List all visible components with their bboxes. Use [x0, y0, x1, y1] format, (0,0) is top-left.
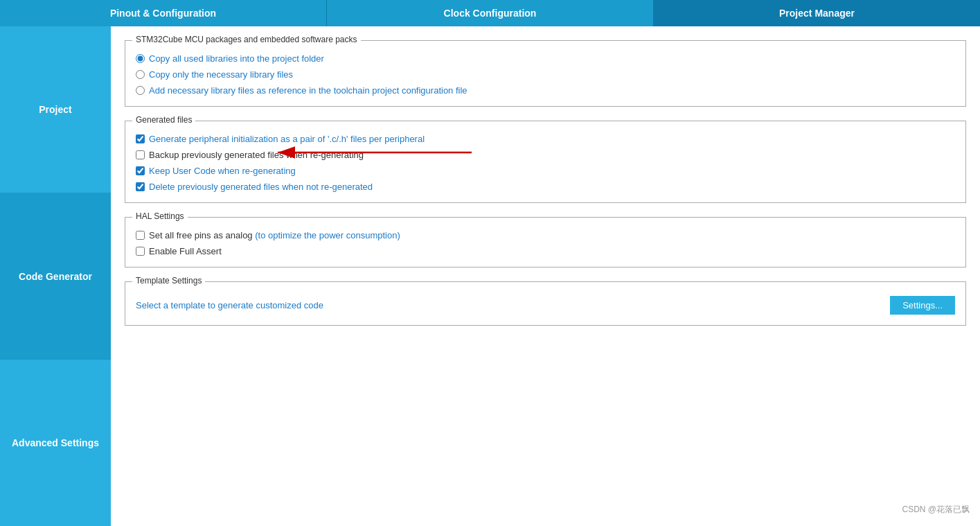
- content-area: STM32Cube MCU packages and embedded soft…: [111, 26, 980, 526]
- tab-project-manager[interactable]: Project Manager: [654, 0, 980, 26]
- checkbox-backup-files[interactable]: Backup previously generated files when r…: [136, 150, 955, 160]
- sidebar: Project Code Generator Advanced Settings: [0, 26, 111, 526]
- template-settings-group: Template Settings Select a template to g…: [125, 281, 966, 326]
- template-row: Select a template to generate customized…: [136, 296, 955, 315]
- radio-copy-all-libraries-label: Copy all used libraries into the project…: [149, 53, 324, 64]
- tab-pinout[interactable]: Pinout & Configuration: [0, 0, 327, 26]
- checkbox-set-free-pins-label: Set all free pins as analog (to optimize…: [149, 230, 400, 240]
- checkbox-delete-prev-files-label: Delete previously generated files when n…: [149, 182, 373, 192]
- stm32-packages-group: STM32Cube MCU packages and embedded soft…: [125, 40, 966, 107]
- checkbox-backup-files-input[interactable]: [136, 150, 145, 159]
- hal-settings-title: HAL Settings: [132, 211, 188, 221]
- radio-copy-necessary-input[interactable]: [136, 70, 145, 79]
- radio-copy-all-libraries[interactable]: Copy all used libraries into the project…: [136, 53, 955, 64]
- checkbox-generate-peripheral-label: Generate peripheral initialization as a …: [149, 134, 425, 144]
- radio-copy-necessary[interactable]: Copy only the necessary library files: [136, 69, 955, 80]
- checkbox-set-free-pins[interactable]: Set all free pins as analog (to optimize…: [136, 230, 955, 240]
- radio-add-reference-label: Add necessary library files as reference…: [149, 85, 467, 96]
- checkbox-generate-peripheral[interactable]: Generate peripheral initialization as a …: [136, 134, 955, 144]
- main-layout: Project Code Generator Advanced Settings…: [0, 26, 980, 526]
- stm32-group-title: STM32Cube MCU packages and embedded soft…: [132, 35, 361, 44]
- generated-files-group: Generated files Generate peripheral init…: [125, 121, 966, 203]
- template-settings-title: Template Settings: [132, 276, 205, 286]
- checkbox-enable-full-assert-input[interactable]: [136, 247, 145, 256]
- checkbox-set-free-pins-input[interactable]: [136, 231, 145, 240]
- top-nav: Pinout & Configuration Clock Configurati…: [0, 0, 980, 26]
- hal-settings-group: HAL Settings Set all free pins as analog…: [125, 217, 966, 268]
- radio-add-reference-input[interactable]: [136, 86, 145, 95]
- checkbox-keep-user-code-label: Keep User Code when re-generating: [149, 166, 296, 176]
- checkbox-delete-prev-files[interactable]: Delete previously generated files when n…: [136, 182, 955, 192]
- checkbox-generate-peripheral-input[interactable]: [136, 134, 145, 143]
- sidebar-item-project[interactable]: Project: [0, 26, 111, 193]
- sidebar-item-advanced-settings[interactable]: Advanced Settings: [0, 360, 111, 526]
- checkbox-keep-user-code-input[interactable]: [136, 166, 145, 175]
- settings-button[interactable]: Settings...: [890, 296, 955, 315]
- checkbox-delete-prev-files-input[interactable]: [136, 182, 145, 191]
- radio-copy-necessary-label: Copy only the necessary library files: [149, 69, 293, 80]
- checkbox-enable-full-assert-label: Enable Full Assert: [149, 246, 222, 256]
- checkbox-enable-full-assert[interactable]: Enable Full Assert: [136, 246, 955, 256]
- checkbox-backup-files-label: Backup previously generated files when r…: [149, 150, 364, 160]
- radio-copy-all-libraries-input[interactable]: [136, 54, 145, 63]
- hal-highlight: (to optimize the power consumption): [255, 230, 400, 240]
- template-description: Select a template to generate customized…: [136, 300, 323, 310]
- watermark: CSDN @花落已飘: [902, 504, 970, 516]
- generated-files-title: Generated files: [132, 115, 195, 125]
- sidebar-item-code-generator[interactable]: Code Generator: [0, 193, 111, 360]
- checkbox-keep-user-code[interactable]: Keep User Code when re-generating: [136, 166, 955, 176]
- radio-add-reference[interactable]: Add necessary library files as reference…: [136, 85, 955, 96]
- tab-clock[interactable]: Clock Configuration: [327, 0, 654, 26]
